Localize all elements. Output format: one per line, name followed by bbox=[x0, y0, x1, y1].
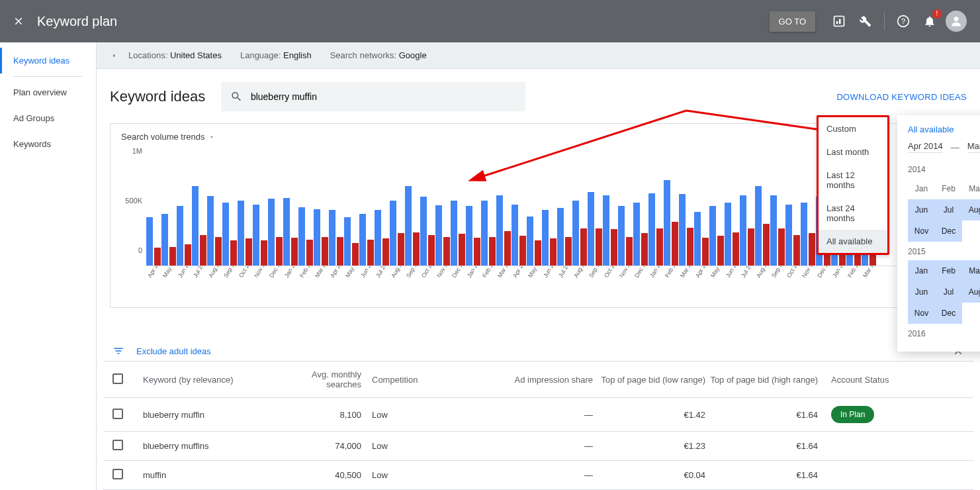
all-available-link[interactable]: All available bbox=[908, 124, 954, 134]
bar[interactable] bbox=[641, 233, 648, 266]
tools-icon[interactable] bbox=[852, 8, 879, 34]
bar[interactable] bbox=[398, 233, 404, 266]
bar[interactable] bbox=[618, 206, 625, 266]
bar[interactable] bbox=[466, 206, 472, 266]
bar[interactable] bbox=[664, 180, 670, 266]
date-range-option[interactable]: Custom bbox=[819, 117, 887, 140]
bar[interactable] bbox=[154, 248, 161, 266]
bar[interactable] bbox=[435, 205, 442, 266]
close-icon[interactable] bbox=[11, 13, 26, 29]
month-cell[interactable]: Jul bbox=[935, 199, 962, 220]
month-cell[interactable]: Nov bbox=[908, 303, 935, 324]
collapse-sidebar-icon[interactable] bbox=[105, 46, 123, 65]
bar[interactable] bbox=[443, 237, 450, 266]
bar[interactable] bbox=[785, 205, 792, 266]
bar[interactable] bbox=[459, 234, 465, 266]
sidebar-item-keyword-ideas[interactable]: Keyword ideas bbox=[0, 48, 96, 74]
bar[interactable] bbox=[550, 238, 557, 266]
bar[interactable] bbox=[519, 236, 526, 266]
date-range-option[interactable]: Last 24 months bbox=[819, 197, 887, 230]
bar[interactable] bbox=[572, 201, 579, 266]
bar[interactable] bbox=[253, 205, 259, 266]
bar[interactable] bbox=[527, 217, 533, 266]
bar[interactable] bbox=[801, 203, 807, 266]
bar[interactable] bbox=[428, 235, 435, 266]
bar[interactable] bbox=[185, 244, 191, 266]
bar[interactable] bbox=[778, 228, 785, 266]
bar[interactable] bbox=[580, 228, 587, 266]
month-cell[interactable]: Aug bbox=[962, 281, 980, 303]
bar[interactable] bbox=[733, 232, 739, 266]
reports-icon[interactable] bbox=[826, 8, 852, 34]
bar[interactable] bbox=[596, 228, 602, 266]
month-cell[interactable]: Mar bbox=[962, 260, 980, 281]
bar[interactable] bbox=[261, 240, 267, 266]
networks-filter[interactable]: Search networks: Google bbox=[330, 50, 427, 60]
language-filter[interactable]: Language: English bbox=[240, 50, 312, 60]
bar[interactable] bbox=[382, 238, 389, 266]
month-cell[interactable]: Jun bbox=[908, 281, 935, 303]
bar[interactable] bbox=[588, 192, 594, 266]
bar[interactable] bbox=[200, 235, 206, 266]
bar[interactable] bbox=[512, 205, 518, 266]
bar[interactable] bbox=[633, 203, 640, 266]
bar[interactable] bbox=[481, 201, 488, 266]
bar[interactable] bbox=[725, 203, 731, 266]
month-cell[interactable]: Jun bbox=[908, 199, 935, 220]
bar[interactable] bbox=[322, 237, 328, 266]
sidebar-item-keywords[interactable]: Keywords bbox=[0, 131, 96, 157]
bar[interactable] bbox=[306, 240, 313, 266]
month-cell[interactable]: Nov bbox=[908, 220, 935, 242]
bar[interactable] bbox=[648, 193, 655, 266]
help-icon[interactable]: ? bbox=[890, 8, 916, 34]
col-comp[interactable]: Competition bbox=[361, 375, 467, 385]
bar[interactable] bbox=[603, 195, 609, 266]
filter-icon[interactable] bbox=[112, 345, 124, 357]
bar[interactable] bbox=[344, 217, 351, 266]
bar[interactable] bbox=[489, 237, 496, 266]
bar[interactable] bbox=[276, 237, 283, 266]
month-cell[interactable]: Feb bbox=[935, 178, 962, 199]
bar[interactable] bbox=[222, 203, 229, 266]
bar[interactable] bbox=[146, 217, 153, 266]
date-range-option[interactable]: Last 12 months bbox=[819, 164, 887, 197]
bar[interactable] bbox=[504, 231, 511, 266]
row-checkbox[interactable] bbox=[112, 409, 123, 419]
date-to[interactable]: Mar 2018 bbox=[967, 141, 980, 153]
bar[interactable] bbox=[329, 210, 335, 266]
month-cell[interactable]: Jan bbox=[908, 178, 935, 199]
bar[interactable] bbox=[672, 222, 678, 266]
bar[interactable] bbox=[755, 186, 762, 266]
date-from[interactable]: Apr 2014 bbox=[908, 141, 943, 153]
bar[interactable] bbox=[268, 199, 275, 266]
bar[interactable] bbox=[793, 235, 800, 266]
bar[interactable] bbox=[626, 237, 633, 266]
bar[interactable] bbox=[405, 186, 412, 266]
month-cell[interactable]: Jul bbox=[935, 281, 962, 303]
col-imp[interactable]: Ad impression share bbox=[467, 375, 593, 385]
bar[interactable] bbox=[611, 229, 617, 266]
row-checkbox[interactable] bbox=[112, 440, 123, 450]
bar[interactable] bbox=[809, 233, 815, 266]
bar[interactable] bbox=[694, 212, 701, 266]
col-high[interactable]: Top of page bid (high range) bbox=[705, 375, 818, 385]
bar[interactable] bbox=[496, 195, 503, 266]
bar[interactable] bbox=[451, 201, 457, 266]
table-row[interactable]: blueberry muffin8,100Low—€1.42€1.64In Pl… bbox=[103, 397, 973, 431]
bar[interactable] bbox=[542, 210, 549, 266]
search-input[interactable] bbox=[251, 91, 516, 102]
bar[interactable] bbox=[169, 247, 176, 266]
bar[interactable] bbox=[359, 214, 366, 266]
bar[interactable] bbox=[238, 201, 244, 266]
month-cell[interactable]: Feb bbox=[935, 260, 962, 281]
bar[interactable] bbox=[535, 240, 541, 266]
date-range-option[interactable]: Last month bbox=[819, 140, 887, 164]
bar[interactable] bbox=[390, 201, 396, 266]
row-checkbox[interactable] bbox=[112, 469, 123, 479]
month-cell[interactable]: Dec bbox=[935, 303, 962, 324]
table-row[interactable]: muffin40,500Low—€0.04€1.64 bbox=[103, 460, 973, 489]
bar[interactable] bbox=[763, 224, 770, 266]
col-low[interactable]: Top of page bid (low range) bbox=[593, 375, 705, 385]
bar[interactable] bbox=[215, 237, 222, 266]
col-keyword[interactable]: Keyword (by relevance) bbox=[143, 375, 275, 385]
